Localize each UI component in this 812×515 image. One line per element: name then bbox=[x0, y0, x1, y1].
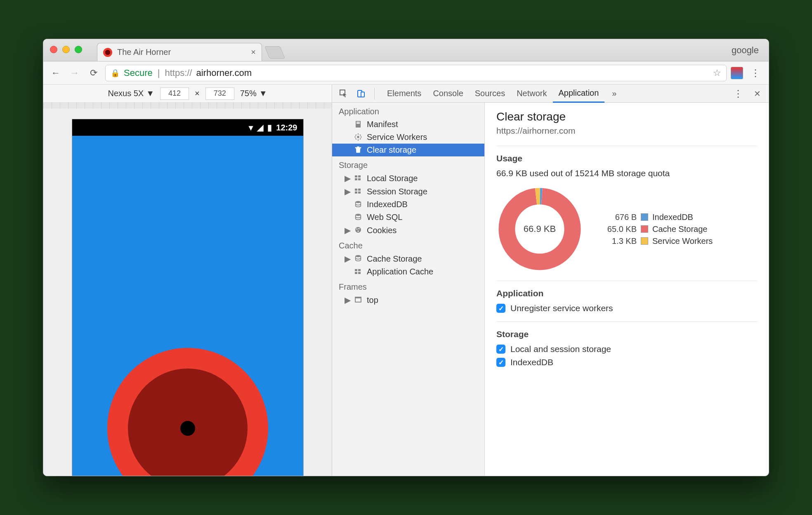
sidebar-item-label: Local Storage bbox=[367, 174, 418, 183]
sidebar-item-local-storage[interactable]: ▶Local Storage bbox=[332, 172, 484, 185]
phone-frame: ▾ ◢ ▮ 12:29 bbox=[72, 119, 303, 476]
ruler bbox=[43, 103, 332, 109]
devtools-tab-elements[interactable]: Elements bbox=[381, 85, 427, 103]
device-preview-pane: Nexus 5X ▼ × 75% ▼ ▾ ◢ ▮ 1 bbox=[43, 85, 332, 476]
legend-label: IndexedDB bbox=[652, 213, 693, 222]
svg-rect-16 bbox=[357, 146, 359, 147]
storage-checkbox-indexeddb[interactable]: ✓IndexedDB bbox=[496, 357, 757, 367]
usage-legend: 676 BIndexedDB65.0 KBCache Storage1.3 KB… bbox=[600, 213, 713, 246]
disclosure-triangle-icon[interactable]: ▶ bbox=[345, 295, 350, 305]
zoom-select[interactable]: 75% ▼ bbox=[240, 89, 267, 98]
devtools-tab-console[interactable]: Console bbox=[427, 85, 469, 103]
separator: | bbox=[158, 68, 160, 78]
disclosure-triangle-icon[interactable]: ▶ bbox=[345, 225, 350, 235]
svg-rect-34 bbox=[355, 272, 357, 274]
main-area: Nexus 5X ▼ × 75% ▼ ▾ ◢ ▮ 1 bbox=[43, 85, 769, 476]
window-close-button[interactable] bbox=[50, 46, 57, 53]
svg-rect-20 bbox=[358, 178, 361, 180]
device-width-input[interactable] bbox=[160, 87, 189, 100]
device-height-input[interactable] bbox=[205, 87, 234, 100]
devtools-tab-application[interactable]: Application bbox=[553, 85, 605, 103]
svg-rect-13 bbox=[359, 134, 361, 136]
sidebar-item-indexeddb[interactable]: IndexedDB bbox=[332, 198, 484, 211]
svg-rect-24 bbox=[358, 191, 361, 194]
sidebar-item-web-sql[interactable]: Web SQL bbox=[332, 211, 484, 224]
db-icon bbox=[354, 201, 363, 209]
sidebar-item-label: Cache Storage bbox=[367, 254, 422, 264]
status-time: 12:29 bbox=[276, 123, 297, 132]
devtools-close-button[interactable]: ✕ bbox=[751, 87, 764, 100]
device-select[interactable]: Nexus 5X ▼ bbox=[108, 89, 154, 98]
divider bbox=[374, 88, 375, 99]
disclosure-triangle-icon[interactable]: ▶ bbox=[345, 187, 350, 196]
more-tabs-button[interactable]: » bbox=[609, 89, 620, 98]
preview-viewport: ▾ ◢ ▮ 12:29 bbox=[43, 103, 332, 476]
app-checkbox-unregister-service-workers[interactable]: ✓Unregister service workers bbox=[496, 303, 757, 313]
airhorn-button[interactable] bbox=[107, 348, 268, 476]
chevron-down-icon: ▼ bbox=[259, 89, 267, 98]
grid-icon bbox=[354, 268, 363, 276]
tab-close-button[interactable]: × bbox=[251, 47, 256, 57]
device-mode-icon[interactable] bbox=[354, 87, 368, 100]
svg-rect-23 bbox=[355, 191, 357, 194]
reload-button[interactable]: ⟳ bbox=[86, 66, 101, 80]
svg-rect-17 bbox=[355, 175, 357, 177]
phone-status-bar: ▾ ◢ ▮ 12:29 bbox=[72, 119, 303, 136]
window-minimize-button[interactable] bbox=[62, 46, 70, 53]
extension-icon[interactable] bbox=[731, 67, 743, 79]
new-tab-button[interactable] bbox=[264, 46, 285, 59]
forward-button[interactable]: → bbox=[67, 66, 82, 80]
url-host: airhorner.com bbox=[196, 68, 252, 78]
checkbox-label: IndexedDB bbox=[510, 357, 553, 367]
chrome-menu-button[interactable]: ⋮ bbox=[747, 67, 764, 79]
checkbox-label: Local and session storage bbox=[510, 344, 611, 354]
devtools-tabs: ElementsConsoleSourcesNetworkApplication bbox=[381, 85, 604, 103]
svg-point-26 bbox=[356, 213, 361, 215]
sidebar-item-service-workers[interactable]: Service Workers bbox=[332, 131, 484, 144]
sidebar-item-cookies[interactable]: ▶Cookies bbox=[332, 224, 484, 237]
devtools-tab-network[interactable]: Network bbox=[511, 85, 552, 103]
svg-rect-35 bbox=[358, 272, 361, 274]
svg-rect-19 bbox=[355, 178, 357, 180]
svg-point-29 bbox=[359, 228, 360, 229]
sidebar-item-label: Web SQL bbox=[367, 213, 402, 222]
legend-swatch bbox=[641, 237, 648, 245]
legend-row-cache-storage: 65.0 KBCache Storage bbox=[600, 224, 713, 234]
sidebar-item-session-storage[interactable]: ▶Session Storage bbox=[332, 185, 484, 198]
browser-tab[interactable]: The Air Horner × bbox=[97, 43, 262, 61]
sidebar-item-cache-storage[interactable]: ▶Cache Storage bbox=[332, 252, 484, 265]
checkbox-icon: ✓ bbox=[496, 345, 505, 354]
svg-rect-12 bbox=[359, 138, 361, 139]
signal-icon: ◢ bbox=[257, 123, 263, 132]
sidebar-item-application-cache[interactable]: Application Cache bbox=[332, 265, 484, 278]
legend-swatch bbox=[641, 225, 648, 233]
legend-row-indexeddb: 676 BIndexedDB bbox=[600, 213, 713, 222]
disclosure-triangle-icon[interactable]: ▶ bbox=[345, 173, 350, 183]
disclosure-triangle-icon[interactable]: ▶ bbox=[345, 254, 350, 264]
inspect-element-icon[interactable] bbox=[337, 87, 350, 100]
omnibox[interactable]: 🔒 Secure | https://airhorner.com ☆ bbox=[105, 65, 727, 81]
svg-rect-9 bbox=[354, 137, 356, 137]
url-protocol: https:// bbox=[165, 68, 192, 78]
svg-rect-2 bbox=[361, 92, 364, 97]
legend-label: Cache Storage bbox=[652, 224, 707, 234]
back-button[interactable]: ← bbox=[48, 66, 63, 80]
checkbox-icon: ✓ bbox=[496, 358, 505, 367]
storage-checkbox-local-and-session-storage[interactable]: ✓Local and session storage bbox=[496, 344, 757, 354]
devtools-toolbar: ElementsConsoleSourcesNetworkApplication… bbox=[332, 85, 769, 103]
address-bar: ← → ⟳ 🔒 Secure | https://airhorner.com ☆… bbox=[43, 61, 769, 85]
devtools-menu-button[interactable]: ⋮ bbox=[730, 88, 746, 99]
profile-label[interactable]: google bbox=[732, 45, 759, 56]
devtools-tab-sources[interactable]: Sources bbox=[469, 85, 511, 103]
origin-url: https://airhorner.com bbox=[496, 126, 757, 136]
sidebar-item-manifest[interactable]: Manifest bbox=[332, 118, 484, 131]
sidebar-item-top[interactable]: ▶top bbox=[332, 293, 484, 307]
svg-point-31 bbox=[356, 255, 361, 257]
window-zoom-button[interactable] bbox=[75, 46, 82, 53]
grid-icon bbox=[354, 174, 363, 182]
zoom-value: 75% bbox=[240, 89, 257, 98]
bookmark-star-icon[interactable]: ☆ bbox=[713, 68, 721, 78]
application-sidebar: ApplicationManifestService WorkersClear … bbox=[332, 103, 485, 476]
legend-row-service-workers: 1.3 KBService Workers bbox=[600, 236, 713, 246]
sidebar-item-clear-storage[interactable]: Clear storage bbox=[332, 144, 484, 156]
